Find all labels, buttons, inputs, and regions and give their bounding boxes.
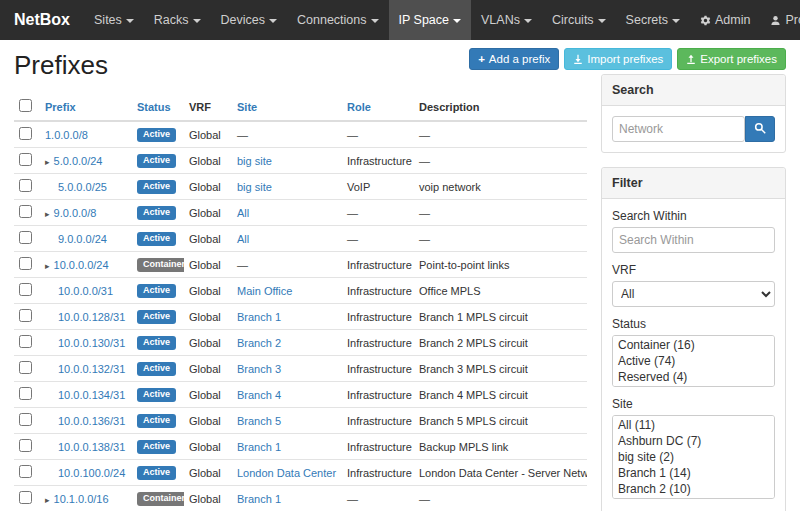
table-row: 9.0.0.0/24ActiveGlobalAll—— [14, 226, 587, 252]
prefix-link[interactable]: 10.0.0.134/31 [58, 389, 125, 401]
row-checkbox[interactable] [19, 309, 32, 322]
row-checkbox[interactable] [19, 257, 32, 270]
site-link[interactable]: Main Office [237, 285, 292, 297]
filter-option[interactable]: Branch 1 (14) [614, 465, 773, 481]
row-checkbox[interactable] [19, 127, 32, 140]
role-cell: Infrastructure [342, 434, 414, 460]
site-filter-listbox[interactable]: All (11)Ashburn DC (7)big site (2)Branch… [612, 415, 775, 499]
site-link[interactable]: Branch 1 [237, 441, 281, 453]
status-cell: Active [132, 226, 184, 252]
table-row: ▸5.0.0.0/24ActiveGlobalbig siteInfrastru… [14, 148, 587, 174]
status-filter-label: Status [612, 317, 775, 331]
row-checkbox[interactable] [19, 361, 32, 374]
site-link[interactable]: Branch 4 [237, 389, 281, 401]
expand-arrow-icon: ▸ [45, 261, 50, 271]
export-prefixes-button[interactable]: Export prefixes [677, 48, 786, 70]
row-checkbox[interactable] [19, 491, 32, 504]
brand[interactable]: NetBox [0, 0, 84, 40]
prefix-link[interactable]: 10.0.0.128/31 [58, 311, 125, 323]
vrf-cell: Global [184, 278, 232, 304]
table-row: 1.0.0.0/8ActiveGlobal——— [14, 121, 587, 148]
prefix-link[interactable]: 9.0.0.0/8 [54, 207, 97, 219]
search-within-input[interactable] [612, 227, 775, 253]
nav-item-connections[interactable]: Connections [287, 0, 389, 40]
nav-item-devices[interactable]: Devices [211, 0, 287, 40]
search-button[interactable] [745, 116, 775, 142]
site-link[interactable]: All [237, 233, 249, 245]
prefix-link[interactable]: 10.0.0.136/31 [58, 415, 125, 427]
site-link[interactable]: Branch 3 [237, 363, 281, 375]
filter-option[interactable]: Branch 2 (10) [614, 481, 773, 497]
site-link[interactable]: Branch 5 [237, 415, 281, 427]
row-checkbox[interactable] [19, 205, 32, 218]
nav-item-ip-space[interactable]: IP Space [389, 0, 472, 40]
prefix-link[interactable]: 5.0.0.0/25 [58, 181, 107, 193]
prefix-link[interactable]: 10.0.0.0/24 [54, 259, 109, 271]
add-prefix-button[interactable]: + Add a prefix [469, 48, 559, 70]
description-cell: Branch 3 MPLS circuit [414, 356, 587, 382]
column-header-prefix[interactable]: Prefix [40, 93, 132, 121]
nav-item-profile[interactable]: Profile [760, 0, 800, 40]
site-link[interactable]: London Data Center [237, 467, 336, 479]
nav-item-sites[interactable]: Sites [84, 0, 144, 40]
filter-option[interactable]: Deprecated (1) [614, 385, 773, 387]
import-prefixes-button[interactable]: Import prefixes [564, 48, 672, 70]
status-filter-listbox[interactable]: Container (16)Active (74)Reserved (4)Dep… [612, 335, 775, 387]
column-sort-link[interactable]: Prefix [45, 101, 76, 113]
row-checkbox[interactable] [19, 231, 32, 244]
site-link[interactable]: big site [237, 181, 272, 193]
column-header-status[interactable]: Status [132, 93, 184, 121]
filter-option[interactable]: Reserved (4) [614, 369, 773, 385]
vrf-cell: Global [184, 356, 232, 382]
prefix-link[interactable]: 5.0.0.0/24 [54, 155, 103, 167]
row-checkbox[interactable] [19, 439, 32, 452]
prefix-link[interactable]: 10.0.0.130/31 [58, 337, 125, 349]
nav-item-racks[interactable]: Racks [144, 0, 211, 40]
prefix-link[interactable]: 10.0.100.0/24 [58, 467, 125, 479]
row-checkbox[interactable] [19, 283, 32, 296]
row-checkbox[interactable] [19, 153, 32, 166]
row-checkbox[interactable] [19, 413, 32, 426]
vrf-cell: Global [184, 174, 232, 200]
site-link[interactable]: All [237, 207, 249, 219]
description-cell: Branch 1 MPLS circuit [414, 304, 587, 330]
filter-option[interactable]: All (11) [614, 417, 773, 433]
chevron-down-icon [193, 19, 201, 23]
prefix-cell: 1.0.0.0/8 [40, 121, 132, 148]
site-link[interactable]: big site [237, 155, 272, 167]
nav-item-admin[interactable]: Admin [690, 0, 760, 40]
row-checkbox[interactable] [19, 465, 32, 478]
row-checkbox[interactable] [19, 387, 32, 400]
column-sort-link[interactable]: Status [137, 101, 171, 113]
nav-item-circuits[interactable]: Circuits [542, 0, 616, 40]
prefix-link[interactable]: 10.0.0.0/31 [58, 285, 113, 297]
filter-option[interactable]: big site (2) [614, 449, 773, 465]
vrf-select[interactable]: All [612, 281, 775, 307]
nav-item-vlans[interactable]: VLANs [471, 0, 542, 40]
column-header-role[interactable]: Role [342, 93, 414, 121]
column-sort-link[interactable]: Site [237, 101, 257, 113]
site-link[interactable]: Branch 1 [237, 493, 281, 505]
vrf-cell: Global [184, 460, 232, 486]
prefix-link[interactable]: 10.0.0.132/31 [58, 363, 125, 375]
prefix-link[interactable]: 10.0.0.138/31 [58, 441, 125, 453]
filter-option[interactable]: Branch 3 (6) [614, 497, 773, 499]
prefix-link[interactable]: 10.1.0.0/16 [54, 493, 109, 505]
filter-option[interactable]: Ashburn DC (7) [614, 433, 773, 449]
row-checkbox[interactable] [19, 335, 32, 348]
filter-option[interactable]: Container (16) [614, 337, 773, 353]
prefix-link[interactable]: 9.0.0.0/24 [58, 233, 107, 245]
column-header-site[interactable]: Site [232, 93, 342, 121]
nav-item-secrets[interactable]: Secrets [616, 0, 690, 40]
role-cell: Infrastructure [342, 330, 414, 356]
site-link[interactable]: Branch 1 [237, 311, 281, 323]
site-link[interactable]: Branch 2 [237, 337, 281, 349]
search-input[interactable] [612, 116, 745, 142]
filter-option[interactable]: Active (74) [614, 353, 773, 369]
column-sort-link[interactable]: Role [347, 101, 371, 113]
status-badge: Active [137, 154, 176, 168]
select-all-checkbox[interactable] [19, 99, 32, 112]
prefix-link[interactable]: 1.0.0.0/8 [45, 129, 88, 141]
row-checkbox[interactable] [19, 179, 32, 192]
chevron-down-icon [524, 19, 532, 23]
